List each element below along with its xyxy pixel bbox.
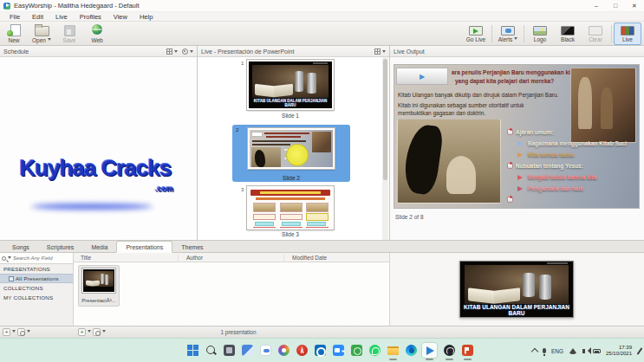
slide-caption: Slide 2: [232, 175, 350, 181]
column-modified-date[interactable]: Modified Date: [292, 255, 327, 261]
black-button[interactable]: Black: [554, 23, 582, 45]
menu-live[interactable]: Live: [49, 13, 74, 21]
go-live-button[interactable]: Go Live: [462, 23, 490, 45]
dark-app[interactable]: [442, 343, 457, 358]
microphone-icon[interactable]: [543, 348, 546, 353]
bullet-item: Pengantara dan nabi: [517, 185, 583, 191]
task-view-button[interactable]: [222, 343, 237, 358]
slide-photo-left: [397, 119, 501, 204]
view-mode-icon[interactable]: [166, 48, 172, 55]
alerts-button[interactable]: Alerts: [494, 23, 522, 45]
search-input[interactable]: [13, 255, 63, 261]
green-app-icon: [351, 345, 362, 356]
chevron-down-icon[interactable]: [190, 50, 193, 55]
whatsapp-app[interactable]: [368, 343, 382, 358]
paint-app[interactable]: [276, 343, 291, 358]
menu-edit[interactable]: Edit: [26, 13, 49, 21]
presentation-item[interactable]: PresentaciÃ³...: [78, 265, 120, 307]
chevron-down-icon[interactable]: [102, 330, 106, 334]
tab-scriptures[interactable]: Scriptures: [38, 242, 83, 252]
avg-icon: [296, 345, 308, 356]
add-icon[interactable]: +: [78, 328, 86, 336]
edge-app[interactable]: [404, 343, 419, 358]
minimize-button[interactable]: –: [587, 0, 606, 11]
chevron-down-icon[interactable]: [174, 50, 178, 55]
slide-thumbnail-1[interactable]: KITAB ULANGAN DALAM PERJANJIAN BARU: [247, 60, 334, 110]
web-button[interactable]: Web: [83, 23, 111, 45]
maximize-button[interactable]: □: [606, 0, 625, 11]
menu-file[interactable]: File: [3, 13, 26, 21]
play-overlay-button[interactable]: ▶: [396, 68, 448, 85]
close-button[interactable]: ✕: [625, 0, 644, 11]
tab-media[interactable]: Media: [82, 242, 116, 252]
toolbar-separator: [491, 25, 492, 42]
search-icon: [205, 345, 217, 356]
gear-icon[interactable]: [93, 328, 101, 336]
outlook-app[interactable]: [313, 343, 328, 358]
folder-icon: [9, 276, 14, 281]
open-folder-icon: [34, 24, 49, 36]
tree-presentations[interactable]: PRESENTATIONS: [0, 264, 73, 274]
avg-app[interactable]: [295, 343, 309, 358]
chevron-down-icon[interactable]: [382, 50, 386, 55]
easyworship-app[interactable]: [422, 343, 437, 358]
widgets-button[interactable]: [240, 343, 255, 358]
battery-icon[interactable]: [593, 349, 601, 353]
slide-photo-right: [570, 68, 636, 143]
zoom-app[interactable]: [331, 343, 346, 358]
chevron-down-icon[interactable]: [88, 330, 91, 334]
green-app[interactable]: [349, 343, 364, 358]
slide-thumbnail-3[interactable]: [247, 186, 334, 229]
bullet-item: Nubuatan tentang Yesus:: [507, 163, 583, 169]
clear-button[interactable]: Clear: [582, 23, 609, 45]
chevron-down-icon[interactable]: [8, 256, 11, 261]
save-button[interactable]: Save: [55, 23, 83, 45]
wifi-icon[interactable]: [569, 348, 577, 354]
chat-button[interactable]: [258, 343, 273, 358]
slide-position-label: Slide 2 of 8: [395, 214, 424, 220]
gear-icon[interactable]: [182, 48, 188, 55]
new-button[interactable]: New: [0, 23, 28, 45]
language-indicator[interactable]: ENG: [551, 348, 563, 354]
app-icon: [3, 3, 10, 10]
watermark-glow: [31, 204, 153, 210]
powerpoint-app[interactable]: [460, 343, 475, 358]
tree-my-collections[interactable]: MY COLLECTIONS: [0, 293, 73, 302]
tab-songs[interactable]: Songs: [3, 242, 38, 252]
menu-help[interactable]: Help: [133, 13, 159, 21]
taskbar-search[interactable]: [204, 343, 218, 358]
tree-all-presentations[interactable]: All Presentations: [0, 274, 73, 283]
hidden-icons-chevron[interactable]: [531, 348, 538, 355]
file-explorer-app[interactable]: [386, 343, 400, 358]
windows-ink-icon[interactable]: [637, 347, 643, 355]
dark-app-icon: [444, 345, 455, 356]
column-title[interactable]: Title: [81, 255, 91, 261]
scrollbar-thumb[interactable]: [383, 59, 387, 180]
add-icon[interactable]: +: [3, 328, 10, 336]
column-author[interactable]: Author: [186, 255, 203, 261]
tree-collections[interactable]: COLLECTIONS: [0, 283, 73, 293]
scrollbar[interactable]: [382, 57, 388, 240]
menu-profiles[interactable]: Profiles: [74, 13, 107, 21]
tab-themes[interactable]: Themes: [172, 242, 211, 252]
chevron-down-icon[interactable]: [12, 330, 16, 334]
library-sidebar: PRESENTATIONS All Presentations COLLECTI…: [0, 253, 74, 326]
play-icon: ▶: [420, 73, 425, 81]
logo-button[interactable]: Logo: [526, 23, 554, 45]
tab-presentations[interactable]: Presentations: [116, 241, 172, 253]
taskbar-clock[interactable]: 17:39 25/10/2021: [606, 345, 632, 357]
start-button[interactable]: [185, 343, 200, 358]
preview-slide[interactable]: KITAB ULANGAN DALAM PERJANJIAN BARU: [459, 261, 574, 318]
gear-icon[interactable]: [17, 328, 25, 336]
speaker-icon[interactable]: [582, 349, 585, 353]
chevron-down-icon[interactable]: [27, 330, 30, 334]
slide-thumbnail-2-selected[interactable]: 2 Slide 2: [232, 125, 350, 182]
search-box[interactable]: [0, 253, 73, 264]
easyworship-icon: [424, 345, 435, 356]
go-live-icon: [469, 26, 483, 36]
open-button[interactable]: Open: [28, 23, 55, 45]
live-button[interactable]: Live: [614, 23, 641, 45]
view-mode-icon[interactable]: [374, 48, 381, 55]
menu-view[interactable]: View: [107, 13, 133, 21]
watermark: Kuyhaa Cracks .com: [10, 157, 180, 200]
